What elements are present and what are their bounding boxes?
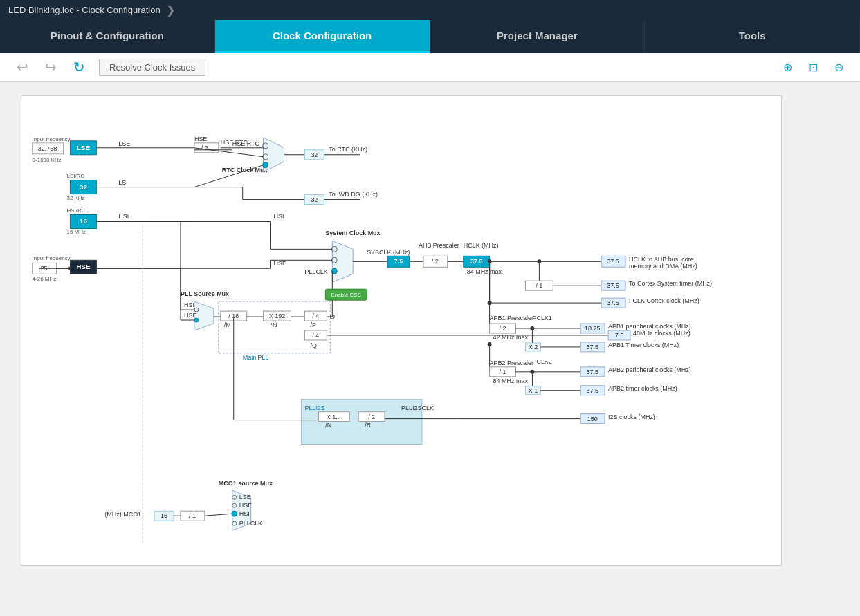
svg-line-133 bbox=[205, 514, 232, 516]
lsi-box-value: 32 bbox=[80, 183, 88, 191]
zoom-out-icon[interactable]: ⊖ bbox=[832, 59, 846, 75]
hse-input-label: Input frequency bbox=[33, 255, 71, 261]
svg-text:HSI: HSI bbox=[239, 510, 250, 517]
hse-range-label: 4-26 MHz bbox=[33, 276, 57, 282]
apb1-timer-desc: APB1 Timer clocks (MHz) bbox=[608, 342, 679, 348]
sysclk-val: 7.5 bbox=[394, 258, 403, 265]
svg-text:PLLCLK: PLLCLK bbox=[304, 268, 327, 275]
svg-text:/R: /R bbox=[365, 422, 371, 429]
svg-point-90 bbox=[488, 301, 492, 305]
lse-line-label: LSE bbox=[118, 140, 130, 147]
svg-text:HSE: HSE bbox=[274, 260, 286, 267]
svg-text:HSI: HSI bbox=[184, 301, 194, 308]
svg-point-126 bbox=[232, 511, 237, 516]
svg-text:HSI: HSI bbox=[274, 213, 284, 220]
sys-mux-title: System Clock Mux bbox=[325, 230, 380, 236]
main-area: Input frequency 32.768 0-1000 KHz LSE LS… bbox=[0, 82, 860, 579]
svg-marker-45 bbox=[194, 301, 214, 330]
refresh-icon[interactable]: ↻ bbox=[71, 57, 88, 77]
fclk-desc: FCLK Cortex clock (MHz) bbox=[629, 297, 699, 304]
pll2-r-value: / 2 bbox=[368, 413, 375, 420]
title-bar: LED Blinking.ioc - Clock Configuration ❯ bbox=[0, 0, 860, 20]
svg-text:HSE: HSE bbox=[184, 312, 196, 319]
main-pll-label: Main PLL bbox=[243, 354, 269, 361]
svg-text:HSE RTC: HSE RTC bbox=[232, 140, 260, 147]
rtc-mux-label: RTC Clock Mux bbox=[222, 167, 268, 174]
hclk-max-label: 84 MHz max bbox=[467, 268, 502, 275]
out-apb2-timer-val: 37.5 bbox=[586, 387, 598, 394]
mco1-mhz-label: (MHz) MCO1 bbox=[104, 511, 141, 518]
ahb-div-value: / 2 bbox=[432, 258, 439, 265]
apb1-periph-desc: APB1 peripheral clocks (MHz) bbox=[608, 323, 691, 330]
apb1-prescaler-label: APB1 Prescaler bbox=[490, 315, 533, 321]
hclk-val: 37.5 bbox=[470, 258, 482, 265]
lse-box-label: LSE bbox=[77, 144, 91, 151]
plli2s-label: PLLI2S bbox=[304, 404, 324, 411]
svg-point-107 bbox=[530, 370, 534, 374]
lsi-line-label: LSI bbox=[118, 179, 127, 186]
svg-text:LSE: LSE bbox=[239, 494, 251, 501]
toolbar: ↩ ↪ ↻ Resolve Clock Issues ⊕ ⊡ ⊖ bbox=[0, 53, 860, 82]
title-text: LED Blinking.ioc - Clock Configuration bbox=[8, 5, 161, 15]
fit-icon[interactable]: ⊡ bbox=[806, 59, 821, 75]
pclk1-label: PCLK1 bbox=[532, 315, 551, 321]
out-apb1-timer-val: 37.5 bbox=[586, 344, 598, 351]
hclk-desc: HCLK to AHB bus, core, bbox=[629, 256, 695, 263]
i2s-desc: I2S clocks (MHz) bbox=[608, 413, 655, 420]
hclk-label: HCLK (MHz) bbox=[464, 242, 499, 249]
tab-tools[interactable]: Tools bbox=[645, 20, 860, 53]
pll-src-mux-title: PLL Source Mux bbox=[181, 290, 229, 297]
ahb-prescaler-label: AHB Prescaler bbox=[419, 242, 459, 249]
pll-mul-n: X 192 bbox=[269, 312, 285, 319]
hsirc-label: HSI/RC bbox=[66, 207, 85, 214]
out-48-val: 7.5 bbox=[615, 332, 623, 339]
title-arrow: ❯ bbox=[166, 3, 175, 17]
pll-div-p: / 4 bbox=[312, 312, 319, 319]
out-apb2-periph-val: 37.5 bbox=[586, 368, 598, 375]
enable-css-btn: Enable CSS bbox=[331, 292, 361, 298]
svg-point-43 bbox=[332, 269, 336, 273]
sysclk-label: SYSCLK (MHz) bbox=[367, 249, 410, 256]
tab-pinout[interactable]: Pinout & Configuration bbox=[0, 20, 215, 53]
out-i2s-val: 150 bbox=[587, 416, 598, 422]
out-cortex-val: 37.5 bbox=[607, 282, 619, 289]
to-rtc-label: To RTC (KHz) bbox=[329, 146, 367, 153]
hse-div2-value: / 2 bbox=[201, 144, 208, 151]
apb2-timer-desc: APB2 timer clocks (MHz) bbox=[608, 385, 677, 392]
svg-point-81 bbox=[537, 259, 541, 263]
iwdg-out-val: 32 bbox=[311, 196, 318, 203]
lse-range-label: 0-1000 KHz bbox=[33, 157, 62, 163]
svg-text:HSE: HSE bbox=[239, 502, 252, 509]
out-fclk-val: 37.5 bbox=[607, 299, 619, 306]
svg-point-96 bbox=[530, 326, 534, 330]
lsi-freq-label: 32 KHz bbox=[66, 195, 84, 201]
pll-q-label: /Q bbox=[310, 342, 316, 349]
svg-point-101 bbox=[488, 342, 492, 346]
undo-icon[interactable]: ↩ bbox=[14, 57, 31, 77]
pll-m-label: /M bbox=[224, 321, 231, 328]
resolve-clock-button[interactable]: Resolve Clock Issues bbox=[99, 59, 205, 76]
svg-text:PLLCLK: PLLCLK bbox=[239, 520, 262, 527]
apb2-prescaler-label: APB2 Prescaler bbox=[490, 360, 533, 366]
zoom-in-icon[interactable]: ⊕ bbox=[780, 59, 795, 75]
pll-p-label: /P bbox=[310, 321, 315, 328]
apb2-periph-desc: APB2 peripheral clocks (MHz) bbox=[608, 366, 691, 373]
mco1-div-value: / 1 bbox=[189, 512, 196, 519]
mco1-mux-title: MCO1 source Mux bbox=[219, 480, 273, 487]
to-iwdg-label: To IWD DG (KHz) bbox=[329, 191, 378, 198]
apb2-div-value: / 1 bbox=[500, 368, 506, 375]
cortex-div-value: / 1 bbox=[536, 282, 542, 289]
redo-icon[interactable]: ↪ bbox=[42, 57, 60, 77]
pclk2-label: PCLK2 bbox=[532, 358, 551, 365]
tab-project[interactable]: Project Manager bbox=[430, 20, 646, 53]
apb1-max-label: 42 MHz max bbox=[493, 334, 529, 341]
rtc-out-val: 32 bbox=[311, 151, 318, 158]
tab-clock[interactable]: Clock Configuration bbox=[215, 20, 430, 53]
hsi-freq-label: 16 MHz bbox=[66, 229, 85, 235]
cortex-desc: To Cortex System timer (MHz) bbox=[629, 280, 712, 287]
out-48-desc: 48MHz clocks (MHz) bbox=[633, 330, 690, 337]
diagram-container: Input frequency 32.768 0-1000 KHz LSE LS… bbox=[21, 95, 782, 566]
hsi-box-value: 16 bbox=[80, 217, 88, 225]
tab-bar: Pinout & Configuration Clock Configurati… bbox=[0, 20, 860, 53]
apb1-div-value: / 2 bbox=[500, 325, 506, 332]
